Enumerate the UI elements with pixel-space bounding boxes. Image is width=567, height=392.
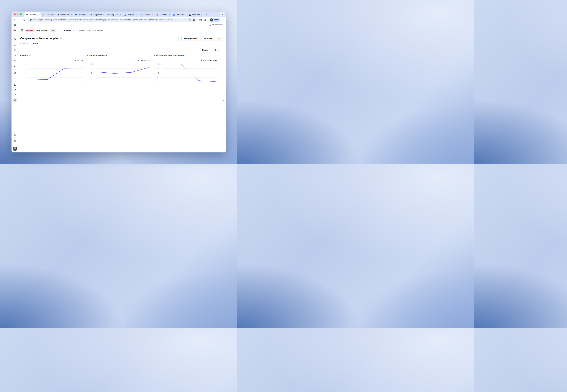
tab-close-icon[interactable] [70, 14, 72, 16]
sidebar-group [13, 54, 17, 69]
tab-close-icon[interactable] [135, 14, 138, 16]
project-chevron-down-icon[interactable] [72, 29, 74, 31]
sidebar-item-prompts[interactable] [13, 71, 17, 75]
runs-count-badge: 4 [217, 37, 221, 40]
tab-close-icon[interactable] [37, 14, 40, 16]
sidebar-item-playground[interactable] [13, 76, 17, 81]
project-name[interactable]: no-filter [64, 29, 71, 31]
tab-search-button[interactable] [220, 12, 225, 16]
tab-title: Google Ge [143, 14, 151, 15]
legend-dot-icon [201, 60, 202, 61]
browser-tab-7[interactable]: Google Ge [139, 12, 155, 17]
charts-dropdown-button[interactable]: Charts 3 [200, 48, 219, 52]
sidebar-icons [13, 34, 17, 104]
sidebar-item-llm-judge[interactable] [13, 88, 17, 92]
collapse-chevron-left-icon[interactable] [223, 48, 225, 153]
calendar-6-favicon-icon: 6 [124, 14, 126, 16]
close-window-button[interactable] [14, 13, 16, 15]
password-manager-extension-icon[interactable] [199, 18, 202, 21]
browser-menu-button[interactable] [222, 19, 224, 21]
search-icon [14, 38, 16, 41]
browser-tab-10[interactable]: docs: add [188, 12, 204, 17]
tab-close-icon[interactable] [103, 14, 105, 16]
sidebar-item-home[interactable] [13, 42, 17, 47]
page-header: Compare runs: basic-examples New experim… [18, 34, 226, 42]
runs-dropdown-button[interactable]: Runs 4 [202, 36, 222, 41]
sidebar-item-datasets[interactable] [13, 98, 17, 102]
tab-title: Langfuse - [127, 14, 134, 15]
browser-toolbar: cloud.langfuse.com/project/cmfwgv8fx002o… [12, 17, 226, 23]
browser-tab-9[interactable]: Marlies we [171, 12, 188, 17]
browser-tab-5[interactable]: Blog - Lang [106, 12, 122, 17]
browser-tab-4[interactable]: Organizatio [90, 12, 106, 17]
address-bar[interactable]: cloud.langfuse.com/project/cmfwgv8fx002o… [28, 18, 197, 22]
breadcrumb-dataset-name[interactable]: basic-examples [89, 29, 103, 31]
chart-title: # Correctness (eval) [87, 54, 152, 56]
sessions-icon [14, 60, 16, 63]
org-plan-badge: Team [50, 29, 57, 32]
zoom-window-button[interactable] [20, 13, 22, 15]
back-button[interactable] [13, 18, 17, 22]
browser-tab-1[interactable]: CO20250923 [41, 12, 57, 17]
chart-legend: Parse Error Rate [201, 60, 217, 62]
svg-text:12: 12 [25, 68, 27, 70]
svg-text:0.3: 0.3 [158, 72, 160, 74]
folder-icon [209, 24, 211, 26]
tab-outputs[interactable]: Outputs [20, 42, 28, 46]
tab-close-icon[interactable] [201, 14, 203, 16]
zoom-page-icon[interactable] [189, 19, 191, 21]
browser-tab-8[interactable]: Accounts | [155, 12, 171, 17]
sidebar-item-evaluation[interactable] [13, 83, 17, 87]
extensions-puzzle-icon[interactable] [203, 18, 206, 21]
info-icon[interactable] [60, 37, 62, 40]
tab-charts[interactable]: Charts [32, 42, 38, 46]
tab-close-icon[interactable] [152, 14, 154, 16]
sidebar-item-support[interactable] [13, 139, 17, 143]
browser-window: Datasets | LCO20250923feat(io-tabDataset… [12, 12, 226, 153]
chart-card: 0.150.30.450.6Parse Error Rate [154, 58, 219, 83]
sidebar-toggle-icon[interactable] [20, 29, 23, 32]
browser-tab-2[interactable]: feat(io-tab [57, 12, 73, 17]
tab-close-icon[interactable] [184, 14, 186, 16]
browser-tab-0[interactable]: Datasets | L [24, 12, 41, 17]
breadcrumb-slash: / [76, 29, 76, 32]
tab-close-icon[interactable] [86, 14, 88, 16]
page-title: Compare runs: basic-examples [20, 37, 58, 40]
svg-text:8: 8 [26, 72, 27, 74]
svg-text:6: 6 [124, 14, 125, 15]
chart-block-1: # Correctness (eval)0.20.40.60.8Correctn… [87, 54, 152, 83]
sidebar-item-users[interactable] [13, 64, 17, 69]
url-text[interactable]: cloud.langfuse.com/project/cmfwgv8fx002o… [33, 19, 188, 21]
tab-close-icon[interactable] [168, 14, 170, 16]
minimize-window-button[interactable] [17, 13, 19, 15]
langfuse-logo[interactable] [13, 27, 16, 34]
sidebar-item-search[interactable] [13, 37, 17, 42]
forward-button[interactable] [17, 18, 22, 22]
browser-profile-button[interactable]: Work [209, 18, 220, 22]
sidebar-item-settings[interactable] [13, 133, 17, 137]
sidebar-item-dashboards[interactable] [13, 47, 17, 52]
sidebar-item-tracing[interactable] [13, 54, 17, 58]
user-avatar[interactable] [13, 147, 17, 151]
svg-text:0.6: 0.6 [91, 68, 94, 70]
tab-close-icon[interactable] [119, 14, 121, 16]
sidebar-item-annotation[interactable] [13, 93, 17, 97]
browser-tab-6[interactable]: 6Langfuse - [122, 12, 139, 17]
legend-dot-icon [75, 60, 76, 61]
site-settings-icon[interactable] [30, 19, 32, 21]
all-bookmarks-button[interactable]: All Bookmarks [207, 23, 224, 26]
org-name[interactable]: langfuse-dev [36, 29, 49, 31]
sidebar-item-sessions[interactable] [13, 59, 17, 64]
browser-tab-3[interactable]: Datasets | L [73, 12, 90, 17]
new-tab-button[interactable] [205, 12, 209, 16]
reload-button[interactable] [22, 18, 26, 22]
bookmark-star-icon[interactable] [193, 19, 195, 21]
breadcrumb-slash: / [61, 29, 62, 32]
page-actions: New experiment Runs 4 [178, 36, 222, 41]
svg-text:16: 16 [25, 63, 27, 65]
breadcrumb-datasets-link[interactable]: Datasets [78, 29, 86, 31]
tab-close-icon[interactable] [54, 14, 56, 16]
apps-grid-icon[interactable] [13, 23, 17, 27]
org-chevron-down-icon[interactable] [58, 29, 60, 31]
new-experiment-button[interactable]: New experiment [178, 36, 200, 41]
